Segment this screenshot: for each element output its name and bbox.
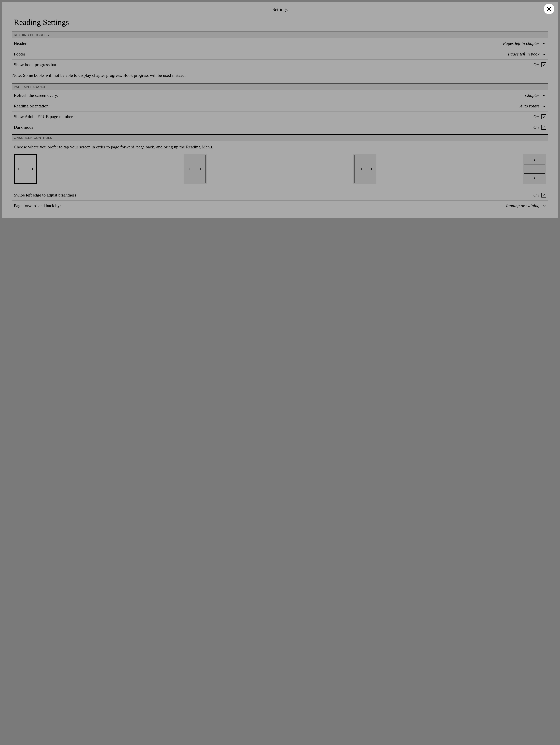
menu-icon	[191, 177, 199, 183]
close-button[interactable]	[544, 4, 554, 14]
chevron-down-icon	[542, 52, 546, 56]
tap-layout-options	[12, 154, 548, 190]
section-header-onscreen-controls: ONSCREEN CONTROLS	[12, 135, 548, 141]
section-page-appearance: PAGE APPEARANCE Refresh the screen every…	[12, 84, 548, 134]
menu-icon	[361, 177, 369, 183]
chevron-down-icon	[542, 41, 546, 45]
row-value: On	[533, 125, 539, 130]
row-value: Pages left in book	[508, 52, 539, 57]
row-label: Footer:	[14, 52, 27, 57]
section-header-page-appearance: PAGE APPEARANCE	[12, 84, 548, 90]
row-label: Header:	[14, 41, 28, 46]
row-label: Show Adobe EPUB page numbers:	[14, 114, 75, 119]
row-footer-display[interactable]: Footer: Pages left in book	[12, 49, 548, 60]
menu-icon	[524, 164, 545, 173]
section-reading-progress: READING PROGRESS Header: Pages left in c…	[12, 32, 548, 84]
row-value: On	[533, 62, 539, 67]
section-header-reading-progress: READING PROGRESS	[12, 32, 548, 38]
row-refresh-screen[interactable]: Refresh the screen every: Chapter	[12, 90, 548, 101]
tap-layout-option-4[interactable]	[523, 154, 546, 184]
section-onscreen-controls: ONSCREEN CONTROLS Choose where you prefe…	[12, 134, 548, 211]
checkbox-checked-icon[interactable]	[541, 125, 546, 130]
row-page-forward-back[interactable]: Page forward and back by: Tapping or swi…	[12, 200, 548, 211]
modal-header: Settings	[2, 2, 558, 14]
onscreen-controls-description: Choose where you prefer to tap your scre…	[12, 141, 548, 154]
chevron-left-icon	[15, 155, 22, 183]
row-value: On	[533, 193, 539, 198]
chevron-down-icon	[542, 104, 546, 108]
tap-layout-option-1[interactable]	[14, 154, 37, 184]
row-value: Pages left in chapter	[503, 41, 539, 46]
row-value: Tapping or swiping	[505, 203, 539, 208]
settings-modal: Settings Reading Settings READING PROGRE…	[2, 2, 558, 218]
chevron-left-icon	[524, 155, 545, 164]
tap-layout-option-3[interactable]	[353, 154, 376, 184]
row-value: On	[533, 114, 539, 119]
row-label: Show book progress bar:	[14, 62, 58, 67]
row-reading-orientation[interactable]: Reading orientation: Auto rotate	[12, 101, 548, 111]
chevron-down-icon	[542, 93, 546, 97]
row-label: Page forward and back by:	[14, 203, 61, 208]
row-value: Auto rotate	[520, 103, 539, 109]
row-label: Refresh the screen every:	[14, 93, 58, 98]
modal-title: Settings	[272, 7, 287, 12]
chevron-right-icon	[524, 173, 545, 183]
row-epub-page-numbers[interactable]: Show Adobe EPUB page numbers: On	[12, 111, 548, 122]
chevron-right-icon	[29, 155, 36, 183]
menu-icon	[22, 155, 29, 183]
chevron-down-icon	[542, 204, 546, 208]
row-value: Chapter	[525, 93, 539, 98]
progress-note: Note: Some books will not be able to dis…	[12, 70, 548, 84]
page-title: Reading Settings	[12, 14, 548, 32]
row-dark-mode[interactable]: Dark mode: On	[12, 122, 548, 134]
row-label: Reading orientation:	[14, 103, 50, 109]
row-label: Swipe left edge to adjust brightness:	[14, 193, 77, 198]
row-label: Dark mode:	[14, 125, 35, 130]
checkbox-checked-icon[interactable]	[541, 193, 546, 197]
checkbox-checked-icon[interactable]	[541, 115, 546, 119]
checkbox-checked-icon[interactable]	[541, 62, 546, 67]
row-swipe-brightness[interactable]: Swipe left edge to adjust brightness: On	[12, 190, 548, 200]
row-header-display[interactable]: Header: Pages left in chapter	[12, 38, 548, 49]
row-progress-bar[interactable]: Show book progress bar: On	[12, 60, 548, 70]
tap-layout-option-2[interactable]	[184, 154, 207, 184]
chevron-left-icon	[368, 155, 375, 183]
close-icon	[547, 6, 552, 11]
